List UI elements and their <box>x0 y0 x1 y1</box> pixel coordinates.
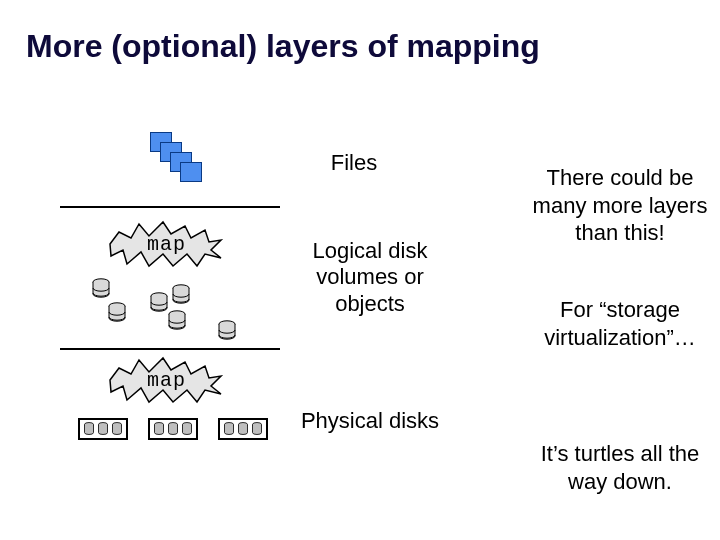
disk-rack-icon <box>148 418 198 440</box>
disk-bay-icon <box>84 422 94 436</box>
section-divider <box>60 206 280 208</box>
file-icon <box>180 162 202 182</box>
files-label: Files <box>304 150 404 176</box>
map-label: map <box>147 369 186 392</box>
disk-bay-icon <box>112 422 122 436</box>
map-burst: map <box>105 356 225 404</box>
disk-bay-icon <box>168 422 178 436</box>
disk-bay-icon <box>154 422 164 436</box>
disk-bay-icon <box>98 422 108 436</box>
disk-bay-icon <box>238 422 248 436</box>
section-divider <box>60 348 280 350</box>
map-label: map <box>147 233 186 256</box>
database-icon <box>172 284 190 306</box>
physical-label: Physical disks <box>300 408 440 434</box>
disk-bay-icon <box>252 422 262 436</box>
database-icon <box>218 320 236 342</box>
database-icon <box>92 278 110 300</box>
map-burst: map <box>105 220 225 268</box>
database-icon <box>108 302 126 324</box>
disk-bay-icon <box>182 422 192 436</box>
database-icon <box>168 310 186 332</box>
note-many-layers: There could be many more layers than thi… <box>520 164 720 247</box>
logical-label: Logical disk volumes or objects <box>290 238 450 317</box>
note-turtles: It’s turtles all the way down. <box>520 440 720 495</box>
disk-rack-icon <box>78 418 128 440</box>
disk-bay-icon <box>224 422 234 436</box>
note-virtualization: For “storage virtualization”… <box>520 296 720 351</box>
slide-title: More (optional) layers of mapping <box>26 28 686 65</box>
disk-rack-icon <box>218 418 268 440</box>
database-icon <box>150 292 168 314</box>
